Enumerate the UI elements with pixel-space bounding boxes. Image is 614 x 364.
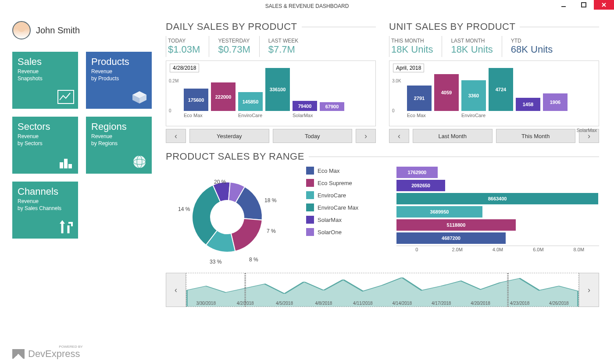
legend-item: Eco Max <box>306 167 372 175</box>
globe-icon <box>131 154 148 171</box>
tile-regions[interactable]: RegionsRevenueby Regions <box>86 117 152 174</box>
bar-5: 1906 <box>543 93 568 111</box>
box-icon <box>131 89 148 106</box>
hbar: 5118800 <box>389 219 599 231</box>
bar-2: 145850EnviroCare <box>238 92 263 111</box>
bar-3: 336100 <box>265 68 290 111</box>
bar-3: 4724 <box>489 68 513 111</box>
hbar: 3689950 <box>389 206 599 218</box>
donut-label: 8 % <box>249 257 258 263</box>
daily-title: DAILY SALES BY PRODUCT <box>166 21 297 32</box>
kpi-yesterday: YESTERDAY$0.73M <box>209 36 259 57</box>
user-name: John Smith <box>36 25 80 36</box>
legend-item: Eco Supreme <box>306 179 372 187</box>
timeline-prev-arrow[interactable]: ‹ <box>166 273 186 307</box>
y-tick: 3.0K <box>392 79 401 83</box>
legend-item: SolarOne <box>306 228 372 236</box>
legend-item: SolarMax <box>306 216 372 224</box>
donut-label: 7 % <box>267 228 276 234</box>
tile-channels[interactable]: ChannelsRevenueby Sales Channels <box>12 182 78 239</box>
unit-sales-panel: UNIT SALES BY PRODUCT THIS MONTH18K Unit… <box>389 21 599 143</box>
timeline-next-arrow[interactable]: › <box>579 273 599 307</box>
kpi-this-month: THIS MONTH18K Units <box>389 36 442 57</box>
legend-item: EnviroCare Max <box>306 203 372 211</box>
svg-rect-4 <box>58 90 74 103</box>
bars-icon <box>57 154 75 171</box>
hbar: 2092650 <box>389 180 599 191</box>
chart-line-icon <box>57 89 75 106</box>
donut-label: 20 % <box>214 179 226 185</box>
y-tick-zero: 0 <box>169 108 171 113</box>
close-button[interactable] <box>594 0 614 10</box>
window-title: SALES & REVENUE DASHBOARD <box>265 3 349 9</box>
minimize-button[interactable] <box>553 0 574 10</box>
bar-2: 3360EnviroCare <box>461 80 486 111</box>
horizontal-bars-chart: 1762900209265086634003689950511880046872… <box>389 167 599 252</box>
unit-title: UNIT SALES BY PRODUCT <box>389 21 515 32</box>
bar-1: 222000 <box>211 82 236 111</box>
bar-4: 79400SolarMax <box>293 101 317 111</box>
timeline-chart[interactable]: 3/30/20184/2/20184/5/20184/8/20184/11/20… <box>186 273 579 307</box>
svg-rect-10 <box>68 164 72 168</box>
y-tick-zero: 0 <box>392 108 395 113</box>
svg-rect-1 <box>582 3 586 7</box>
bar-4: 1458 <box>516 98 540 111</box>
title-bar: SALES & REVENUE DASHBOARD <box>0 0 614 12</box>
daily-yesterday-button[interactable]: Yesterday <box>189 129 269 143</box>
hbar: 4687200 <box>389 232 599 244</box>
range-title: PRODUCT SALES BY RANGE <box>166 151 304 162</box>
hbar: 1762900 <box>389 167 599 178</box>
tile-products[interactable]: ProductsRevenueby Products <box>86 52 152 109</box>
unit-prev-arrow[interactable]: ‹ <box>389 129 409 143</box>
unit-thismonth-button[interactable]: This Month <box>496 129 576 143</box>
devexpress-logo-icon <box>12 349 25 359</box>
unit-chart: April, 2018 3.0K 0 2791Eco Max40593360En… <box>389 61 599 126</box>
bar-5: 67900 <box>320 102 344 111</box>
daily-chart: 4/28/2018 0.2M 0 175600Eco Max2220001458… <box>166 61 376 126</box>
unit-lastmonth-button[interactable]: Last Month <box>413 129 493 143</box>
daily-today-button[interactable]: Today <box>273 129 353 143</box>
daily-next-arrow[interactable]: › <box>356 129 376 143</box>
timeline: ‹ 3/30/20184/2/20184/5/20184/8/20184/11/… <box>166 273 599 307</box>
maximize-button[interactable] <box>574 0 594 10</box>
kpi-today: TODAY$1.03M <box>166 36 209 57</box>
kpi-last-week: LAST WEEK$7.7M <box>259 36 307 57</box>
bar-0: 175600Eco Max <box>184 89 208 111</box>
tile-sales[interactable]: SalesRevenueSnapshots <box>12 52 78 109</box>
legend: Eco MaxEco SupremeEnviroCareEnviroCare M… <box>306 167 372 240</box>
tile-sectors[interactable]: SectorsRevenueby Sectors <box>12 117 78 174</box>
hbar: 8663400 <box>389 193 599 204</box>
footer-brand: POWERED BY DevExpress <box>12 348 80 360</box>
main-content: DAILY SALES BY PRODUCT TODAY$1.03MYESTER… <box>166 21 599 307</box>
kpi-ytd: YTD68K Units <box>502 36 561 57</box>
svg-rect-8 <box>60 162 63 168</box>
daily-sales-panel: DAILY SALES BY PRODUCT TODAY$1.03MYESTER… <box>166 21 376 143</box>
donut-label: 33 % <box>210 259 221 265</box>
donut-chart: 18 %20 %14 %33 %8 %7 % <box>166 167 289 263</box>
svg-rect-9 <box>64 159 68 168</box>
avatar <box>12 21 31 39</box>
donut-label: 14 % <box>178 206 190 212</box>
user-row: John Smith <box>12 21 153 39</box>
kpi-last-month: LAST MONTH18K Units <box>442 36 501 57</box>
legend-item: EnviroCare <box>306 191 372 199</box>
svg-marker-15 <box>60 220 65 224</box>
svg-point-11 <box>133 156 146 168</box>
sidebar: John Smith SalesRevenueSnapshotsProducts… <box>12 21 153 307</box>
y-tick: 0.2M <box>169 79 178 83</box>
bar-0: 2791Eco Max <box>407 86 432 111</box>
arrows-icon <box>57 219 75 236</box>
daily-prev-arrow[interactable]: ‹ <box>166 129 186 143</box>
donut-label: 18 % <box>264 197 276 203</box>
bar-1: 4059 <box>434 74 459 111</box>
